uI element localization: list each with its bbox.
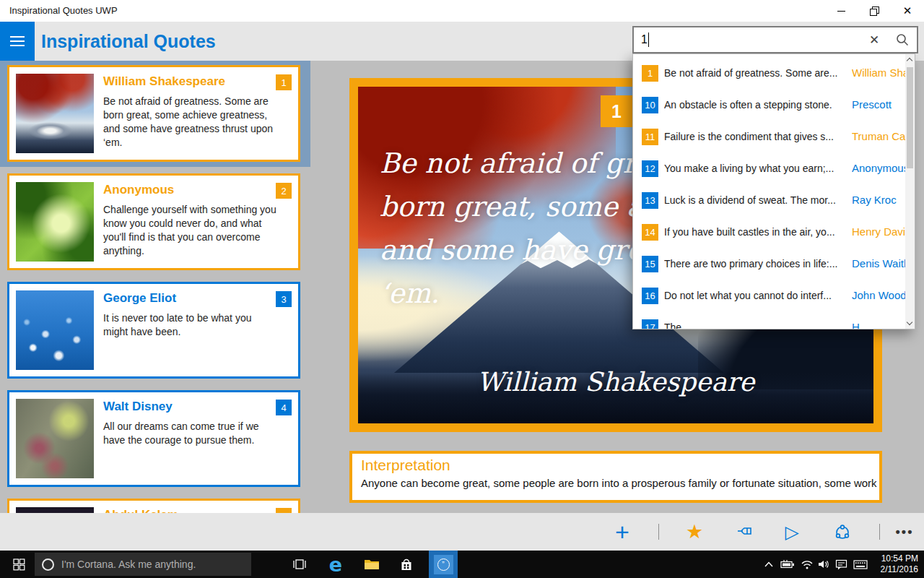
quote-text: Be not afraid of greatness. Some are bor… (103, 95, 276, 150)
quote-card-1[interactable]: William Shakespeare 1 Be not afraid of g… (7, 65, 300, 162)
restore-button[interactable] (858, 0, 891, 22)
quote-author: William Shakespeare (103, 74, 292, 89)
task-view-icon (292, 558, 307, 571)
tray-expand-button[interactable] (759, 551, 778, 578)
bottom-app-bar: + ★ ▷ ••• (0, 513, 924, 551)
battery-status-button[interactable] (778, 551, 797, 578)
add-button[interactable]: + (606, 513, 638, 551)
result-quote-text: Failure is the condiment that gives s... (664, 131, 847, 142)
quote-thumbnail-green-leaves (16, 182, 94, 262)
result-quote-text: Be not afraid of greatness. Some are... (664, 67, 847, 79)
window-titlebar: Inspirational Quotes UWP ✕ (0, 0, 924, 22)
quote-card-5[interactable]: Abdul Kalam 5 (7, 499, 300, 513)
action-center-button[interactable] (832, 551, 850, 578)
window-title: Inspirational Quotes UWP (9, 5, 118, 16)
interpretation-panel: Interpretation Anyone can become great, … (349, 451, 882, 503)
store-button[interactable] (391, 551, 422, 578)
favorite-button[interactable]: ★ (679, 513, 710, 551)
clear-icon: ✕ (869, 33, 879, 48)
result-quote-text: Do not let what you cannot do interf... (664, 290, 847, 301)
quote-number-badge: 1 (276, 74, 292, 90)
cortana-search-box[interactable]: I'm Cortana. Ask me anything. (35, 553, 251, 576)
add-icon: + (615, 518, 629, 546)
search-results-dropdown: 1 Be not afraid of greatness. Some are..… (632, 53, 915, 329)
result-quote-text: If you have built castles in the air, yo… (664, 226, 847, 238)
edge-browser-button[interactable]: e (320, 551, 352, 578)
speaker-icon (818, 559, 829, 569)
share-icon (833, 522, 852, 541)
search-result-item[interactable]: 17 The… H… (633, 312, 915, 329)
search-result-item[interactable]: 14 If you have built castles in the air,… (633, 217, 915, 249)
scrollbar-thumb[interactable] (907, 67, 913, 168)
main-quote-author: William Shakespeare (358, 367, 873, 397)
quote-number-badge: 2 (276, 183, 292, 199)
close-icon: ✕ (903, 4, 912, 17)
hamburger-menu-button[interactable] (0, 22, 35, 61)
result-quote-text: An obstacle is often a stepping stone. (664, 99, 847, 111)
quote-number-badge: 4 (276, 400, 292, 415)
result-number-badge: 14 (642, 224, 658, 241)
scroll-down-icon[interactable] (907, 319, 912, 325)
quote-author: Walt Disney (103, 399, 292, 414)
result-quote-text: Luck is a dividend of sweat. The mor... (664, 194, 847, 206)
result-quote-text: You make a living by what you earn;... (664, 163, 847, 174)
more-button[interactable]: ••• (889, 513, 920, 551)
quote-author: Anonymous (103, 182, 292, 197)
restore-icon (870, 7, 879, 16)
result-number-badge: 16 (642, 288, 658, 304)
clock-time: 10:54 PM (881, 553, 919, 564)
clear-search-button[interactable]: ✕ (860, 27, 888, 52)
quote-author: Abdul Kalam (103, 507, 292, 513)
search-input[interactable]: 1 ✕ (632, 26, 918, 53)
folder-icon (364, 558, 380, 571)
wifi-icon (801, 559, 814, 569)
quote-thumbnail-snowflakes (16, 290, 94, 370)
result-number-badge: 1 (642, 65, 658, 82)
touch-keyboard-button[interactable] (851, 551, 870, 578)
quote-text: Challenge yourself with something you kn… (103, 203, 276, 258)
result-number-badge: 15 (642, 256, 658, 272)
quote-number-badge: 5 (276, 508, 292, 513)
minimize-button[interactable] (824, 0, 858, 22)
page-title: Inspirational Quotes (41, 31, 216, 52)
interpretation-text: Anyone can become great, some people are… (361, 477, 871, 489)
quote-thumbnail-fuji (16, 74, 94, 153)
search-result-item[interactable]: 11 Failure is the condiment that gives s… (633, 121, 915, 153)
quote-card-2[interactable]: Anonymous 2 Challenge yourself with some… (7, 173, 300, 270)
quotes-app-icon: ” (434, 555, 453, 574)
cortana-placeholder: I'm Cortana. Ask me anything. (61, 558, 196, 570)
close-button[interactable]: ✕ (891, 0, 924, 22)
scroll-up-icon[interactable] (907, 58, 912, 64)
more-icon: ••• (896, 525, 914, 540)
volume-button[interactable] (814, 551, 833, 578)
appbar-separator (658, 524, 659, 540)
search-result-item[interactable]: 12 You make a living by what you earn;..… (633, 153, 915, 185)
store-icon (400, 558, 413, 571)
search-result-item[interactable]: 15 There are two primary choices in life… (633, 249, 915, 280)
search-result-item[interactable]: 13 Luck is a dividend of sweat. The mor.… (633, 185, 915, 217)
quote-card-3[interactable]: George Eliot 3 It is never too late to b… (7, 282, 300, 379)
taskbar-clock[interactable]: 10:54 PM 2/11/2016 (881, 553, 919, 575)
quote-thumbnail-twigs (16, 399, 94, 478)
dropdown-scrollbar[interactable] (905, 54, 915, 329)
quote-text: All our dreams can come true if we have … (103, 420, 276, 447)
interpretation-title: Interpretation (361, 457, 871, 474)
pin-icon (736, 522, 754, 541)
search-result-item[interactable]: 10 An obstacle is often a stepping stone… (633, 90, 915, 121)
windows-logo-icon (13, 558, 25, 571)
quote-card-4[interactable]: Walt Disney 4 All our dreams can come tr… (7, 390, 300, 487)
play-button[interactable]: ▷ (776, 513, 808, 551)
keyboard-icon (853, 560, 868, 569)
task-view-button[interactable] (284, 551, 315, 578)
search-result-item[interactable]: 16 Do not let what you cannot do interf.… (633, 280, 915, 312)
pin-button[interactable] (729, 513, 761, 551)
inspirational-quotes-app-button[interactable]: ” (429, 551, 458, 578)
start-button[interactable] (4, 551, 33, 578)
clock-date: 2/11/2016 (881, 564, 919, 575)
search-result-item[interactable]: 1 Be not afraid of greatness. Some are..… (633, 58, 915, 90)
result-number-badge: 17 (642, 319, 658, 329)
search-button[interactable] (888, 27, 917, 52)
share-button[interactable] (827, 513, 858, 551)
result-quote-text: There are two primary choices in life:..… (664, 258, 847, 269)
file-explorer-button[interactable] (356, 551, 388, 578)
